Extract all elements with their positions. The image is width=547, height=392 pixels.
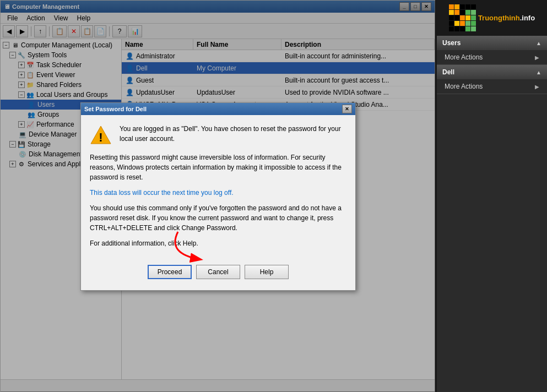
dialog-para4-section: You should use this command only if you'… (90, 203, 346, 233)
help-button[interactable]: Help (245, 265, 289, 279)
right-sidebar: Truongthinh.info Users ▲ More Actions ▶ … (437, 0, 547, 392)
main-window: 🖥 Computer Management _ □ ✕ File Action … (0, 0, 435, 392)
dialog-header: ! You are logged in as "Dell". You have … (90, 124, 346, 146)
dialog-para5: For additional information, click Help. (90, 238, 346, 248)
dialog-para3: This data loss will occur the next time … (90, 188, 346, 198)
sidebar-users-section: Users ▲ More Actions ▶ (437, 36, 547, 65)
sidebar-logo: Truongthinh.info (437, 0, 547, 36)
dialog-title-bar: Set Password for Dell ✕ (81, 103, 355, 115)
dialog-overlay: Set Password for Dell ✕ ! You are logged… (1, 1, 436, 392)
dialog-para2: Resetting this password might cause irre… (90, 153, 346, 182)
dialog-close-button[interactable]: ✕ (342, 105, 352, 113)
dell-collapse-arrow: ▲ (536, 69, 541, 75)
sidebar-users-header[interactable]: Users ▲ (437, 36, 547, 50)
warning-icon: ! (90, 124, 112, 146)
sidebar-users-more-actions[interactable]: More Actions ▶ (437, 50, 547, 64)
users-collapse-arrow: ▲ (536, 40, 541, 46)
dialog-para5-section: For additional information, click Help. (90, 238, 346, 248)
dialog-para4: You should use this command only if you'… (90, 203, 346, 233)
sidebar-dell-header[interactable]: Dell ▲ (437, 65, 547, 79)
dialog-content: ! You are logged in as "Dell". You have … (81, 115, 355, 290)
dialog-para3-section: This data loss will occur the next time … (90, 188, 346, 198)
dialog-para2-section: Resetting this password might cause irre… (90, 153, 346, 182)
dialog-intro-text: You are logged in as "Dell". You have ch… (120, 124, 346, 144)
sidebar-logo-text: Truongthinh.info (478, 14, 535, 22)
svg-text:!: ! (99, 130, 102, 144)
dialog-title: Set Password for Dell (84, 106, 147, 112)
dell-more-actions-arrow: ▶ (535, 84, 539, 90)
cancel-button[interactable]: Cancel (196, 265, 240, 279)
dialog-para1: You are logged in as "Dell". You have ch… (120, 124, 346, 144)
dialog-buttons: Proceed Cancel Help (90, 259, 346, 281)
sidebar-dell-section: Dell ▲ More Actions ▶ (437, 65, 547, 94)
sidebar-dell-more-actions[interactable]: More Actions ▶ (437, 79, 547, 94)
users-more-actions-arrow: ▶ (535, 55, 539, 61)
proceed-button[interactable]: Proceed (148, 265, 192, 279)
set-password-dialog: Set Password for Dell ✕ ! You are logged… (80, 102, 356, 291)
